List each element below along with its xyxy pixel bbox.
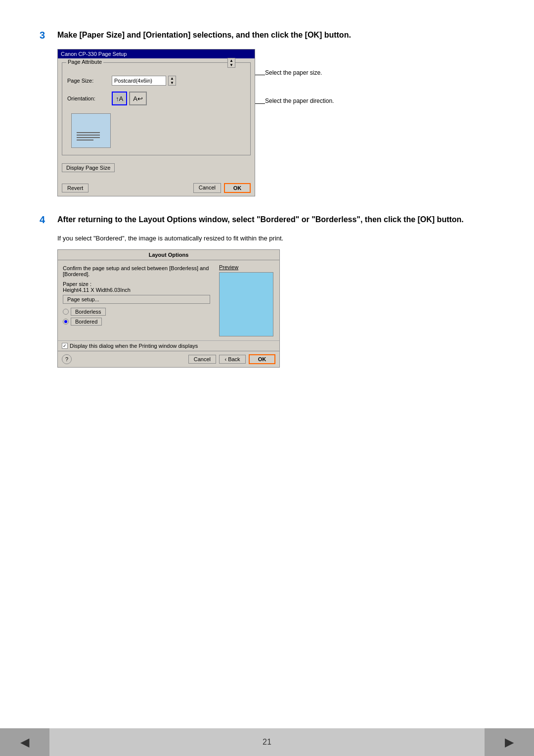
page-setup-dialog: Canon CP-330 Page Setup Page Attribute ▲… xyxy=(57,49,255,196)
step-3-number: 3 xyxy=(40,30,57,41)
borderless-radio[interactable] xyxy=(63,309,69,315)
layout-footer: ? Cancel ‹ Back OK xyxy=(58,351,279,367)
prev-page-button[interactable]: ◀ xyxy=(0,728,49,756)
back-button[interactable]: ‹ Back xyxy=(219,355,246,364)
borderless-option[interactable]: Borderless xyxy=(63,308,210,316)
help-icon[interactable]: ? xyxy=(62,354,72,364)
step-3-body: Canon CP-330 Page Setup Page Attribute ▲… xyxy=(57,49,494,196)
layout-body: Confirm the page setup and select betwee… xyxy=(58,260,279,340)
step-4-number: 4 xyxy=(40,214,57,226)
next-page-button[interactable]: ▶ xyxy=(485,728,534,756)
layout-left-panel: Confirm the page setup and select betwee… xyxy=(58,260,215,340)
orientation-buttons: ↑A A↩ xyxy=(112,92,147,105)
bordered-radio[interactable] xyxy=(63,319,69,325)
layout-instruction: Confirm the page setup and select betwee… xyxy=(63,265,210,277)
print-type-radio-group: Borderless Bordered xyxy=(63,308,210,326)
display-page-size-row: Display Page Size xyxy=(62,159,251,172)
annotation-line-2 xyxy=(255,103,265,104)
ok-button[interactable]: OK xyxy=(224,183,251,193)
step-4-body: If you select "Bordered", the image is a… xyxy=(57,234,494,368)
step-3-annotations: Select the paper size. Select the paper … xyxy=(265,49,354,105)
bordered-option[interactable]: Bordered xyxy=(63,318,210,326)
page-setup-title: Canon CP-330 Page Setup xyxy=(61,51,127,57)
preview-area xyxy=(67,109,245,152)
display-dialog-checkbox[interactable]: ✓ xyxy=(62,343,68,349)
step-3-header: 3 Make [Paper Size] and [Orientation] se… xyxy=(40,30,494,41)
page-size-spinner[interactable]: ▲ ▼ xyxy=(168,76,176,86)
annotation-line-1 xyxy=(255,75,265,75)
checkbox-label: Display this dialog when the Printing wi… xyxy=(70,343,198,349)
step-4-title: After returning to the Layout Options wi… xyxy=(57,214,464,225)
page-setup-footer: Revert Cancel OK xyxy=(58,180,255,196)
page-setup-titlebar: Canon CP-330 Page Setup xyxy=(58,49,255,58)
preview-label: Preview xyxy=(219,264,275,270)
paper-size-annotation: Select the paper size. xyxy=(265,69,354,77)
step-3-title: Make [Paper Size] and [Orientation] sele… xyxy=(57,30,351,41)
attribute-spinner[interactable]: ▲ ▼ xyxy=(227,58,235,68)
page-setup-body: Page Attribute ▲ ▼ Page Size: xyxy=(58,58,255,180)
layout-preview xyxy=(219,272,273,336)
page-number: 21 xyxy=(263,738,271,747)
landscape-button[interactable]: A↩ xyxy=(129,92,147,105)
layout-options-dialog: Layout Options Confirm the page setup an… xyxy=(57,249,280,368)
portrait-button[interactable]: ↑A xyxy=(112,92,127,105)
layout-title: Layout Options xyxy=(149,252,189,258)
layout-right-panel: Preview xyxy=(215,260,279,340)
revert-button[interactable]: Revert xyxy=(62,184,89,192)
next-arrow-icon: ▶ xyxy=(505,735,514,749)
borderless-label[interactable]: Borderless xyxy=(71,308,106,316)
page-attribute-group: Page Attribute ▲ ▼ Page Size: xyxy=(62,62,251,155)
bottom-navigation: ◀ 21 ▶ xyxy=(0,728,534,756)
step-4-description: If you select "Bordered", the image is a… xyxy=(57,234,494,243)
page-preview xyxy=(71,113,111,148)
bordered-label[interactable]: Bordered xyxy=(71,318,102,326)
layout-options-titlebar: Layout Options xyxy=(58,250,279,260)
checkbox-row: ✓ Display this dialog when the Printing … xyxy=(58,340,279,351)
footer-buttons: Cancel OK xyxy=(193,183,251,193)
layout-cancel-button[interactable]: Cancel xyxy=(188,355,216,364)
group-label: Page Attribute xyxy=(66,59,103,65)
page-size-field: Postcard(4x6in) ▲ ▼ xyxy=(112,76,176,86)
cancel-button[interactable]: Cancel xyxy=(193,183,221,193)
step-4-section: 4 After returning to the Layout Options … xyxy=(40,214,494,368)
step-3-dialog-container: Canon CP-330 Page Setup Page Attribute ▲… xyxy=(57,49,494,196)
layout-ok-button[interactable]: OK xyxy=(249,354,275,364)
step-3-section: 3 Make [Paper Size] and [Orientation] se… xyxy=(40,30,494,196)
page-size-label: Page Size: xyxy=(67,78,112,84)
prev-arrow-icon: ◀ xyxy=(20,735,29,749)
page-size-row: Page Size: Postcard(4x6in) ▲ ▼ xyxy=(67,76,245,86)
orientation-label: Orientation: xyxy=(67,95,112,101)
paper-size-text: Paper size : Height4.11 X Width6.03Inch xyxy=(63,281,210,293)
page-size-select[interactable]: Postcard(4x6in) xyxy=(112,76,166,86)
display-page-size-button[interactable]: Display Page Size xyxy=(62,163,115,172)
page-setup-button[interactable]: Page setup... xyxy=(63,295,210,304)
orientation-row: Orientation: ↑A A↩ xyxy=(67,92,245,105)
paper-direction-annotation: Select the paper direction. xyxy=(265,97,354,105)
step-4-header: 4 After returning to the Layout Options … xyxy=(40,214,494,226)
